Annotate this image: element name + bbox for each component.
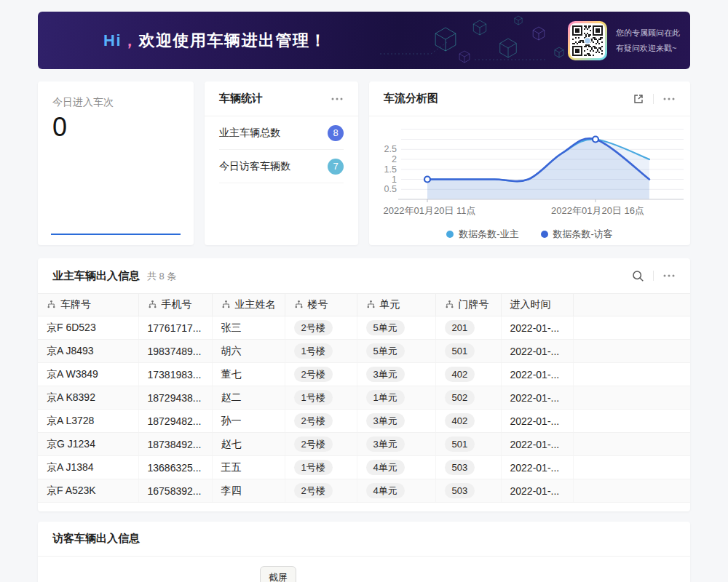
column-label: 楼号 <box>308 298 328 310</box>
table-cell: 2022-01-... <box>501 316 573 340</box>
traffic-line-chart: 0.511.522.52022年01月20日 11点2022年01月20日 16… <box>369 119 690 227</box>
tag-pill: 2号楼 <box>294 320 333 335</box>
table-cell: 王五 <box>212 456 285 479</box>
vehicle-stats-card: 车辆统计 业主车辆总数8今日访客车辆数7 <box>205 81 358 245</box>
table-row[interactable]: 京A J138413686325...王五1号楼4单元5032022-01-..… <box>38 456 690 479</box>
column-label: 车牌号 <box>60 298 91 310</box>
qr-pattern <box>572 25 603 56</box>
table-header-row: 车牌号手机号业主姓名楼号单元门牌号进入时间 <box>38 294 690 316</box>
table-cell: 501 <box>435 340 501 363</box>
table-row[interactable]: 京A L372818729482...孙一2号楼3单元4022022-01-..… <box>38 410 690 433</box>
table-cell: 503 <box>435 479 501 503</box>
tag-pill: 3单元 <box>366 436 405 452</box>
tag-pill: 201 <box>445 320 475 335</box>
tag-pill: 2号楼 <box>294 436 333 452</box>
table-cell: 孙一 <box>212 410 285 433</box>
table-cell <box>573 433 690 456</box>
cube-outline <box>500 39 517 57</box>
stat-badge: 8 <box>328 125 344 141</box>
column-label: 门牌号 <box>459 298 489 310</box>
greeting-comma: ， <box>122 31 139 49</box>
table-cell: 501 <box>435 433 501 456</box>
owner-table-header: 业主车辆出入信息 共 8 条 <box>38 258 690 293</box>
table-cell: 2022-01-... <box>501 456 573 479</box>
owner-table-title: 业主车辆出入信息 <box>52 269 140 283</box>
table-row[interactable]: 京F A523K16758392...李四2号楼4单元5032022-01-..… <box>38 479 690 503</box>
table-cell: 京A J1384 <box>38 456 138 479</box>
table-cell: 京A J8493 <box>38 340 138 363</box>
table-cell: 2022-01-... <box>501 386 573 410</box>
column-label: 单元 <box>380 298 400 310</box>
tag-pill: 3单元 <box>366 367 405 382</box>
more-icon[interactable] <box>331 97 344 101</box>
tag-pill: 402 <box>445 413 475 428</box>
table-cell: 董七 <box>212 363 285 386</box>
column-label: 手机号 <box>162 298 192 310</box>
table-row[interactable]: 京A K839218729438...赵二1号楼1单元5022022-01-..… <box>38 386 690 410</box>
table-cell: 3单元 <box>357 433 435 456</box>
circuit-line <box>380 42 547 60</box>
legend-label: 数据条数-访客 <box>553 228 613 241</box>
column-label: 业主姓名 <box>235 298 276 310</box>
table-cell: 2号楼 <box>285 316 357 340</box>
owner-vehicles-table: 车牌号手机号业主姓名楼号单元门牌号进入时间 京F 6D52317761717..… <box>38 293 690 503</box>
table-cell <box>573 456 690 479</box>
column-header-5: 门牌号 <box>435 294 501 316</box>
table-row[interactable]: 京F 6D52317761717...张三2号楼5单元2012022-01-..… <box>38 316 690 340</box>
cube-outline <box>435 28 456 51</box>
legend-item-1[interactable]: 数据条数-访客 <box>541 228 613 241</box>
y-tick-label: 1.5 <box>384 164 397 175</box>
entries-sparkline <box>51 234 181 235</box>
table-cell: 1号楼 <box>285 340 357 363</box>
legend-label: 数据条数-业主 <box>459 228 518 241</box>
vehicle-stats-title: 车辆统计 <box>219 92 263 105</box>
export-icon[interactable] <box>633 93 644 105</box>
stat-badge: 7 <box>328 159 344 175</box>
tag-pill: 1号楼 <box>294 460 333 475</box>
qr-code-inner <box>570 23 605 58</box>
data-point-marker <box>593 137 598 143</box>
traffic-chart-header: 车流分析图 <box>369 81 690 116</box>
more-icon[interactable] <box>662 97 676 101</box>
column-header-3: 楼号 <box>285 294 357 316</box>
table-cell: 502 <box>435 386 501 410</box>
table-cell: 4单元 <box>357 479 435 503</box>
screenshot-button[interactable]: 截屏 <box>260 566 296 582</box>
table-cell: 京A L3728 <box>38 410 138 433</box>
greeting-text: 欢迎使用车辆进出管理！ <box>139 31 328 49</box>
table-cell: 2号楼 <box>285 410 357 433</box>
legend-item-0[interactable]: 数据条数-业主 <box>446 228 518 241</box>
tag-pill: 503 <box>445 460 475 475</box>
column-header-7 <box>573 294 690 316</box>
search-icon[interactable] <box>632 270 644 282</box>
cube-outline <box>533 27 545 40</box>
tag-pill: 5单元 <box>366 343 405 359</box>
table-cell: 17381983... <box>138 363 212 386</box>
page: Hi，欢迎使用车辆进出管理！ 您的专属顾问在此 有疑问欢迎来戳~ 今日进入车次 … <box>0 0 728 582</box>
more-icon[interactable] <box>662 274 676 278</box>
table-row[interactable]: 京A J849319837489...胡六1号楼5单元5012022-01-..… <box>38 340 690 363</box>
legend-dot <box>541 231 548 238</box>
table-cell: 1单元 <box>357 386 435 410</box>
cube-outline <box>515 16 522 25</box>
owner-table-actions <box>632 270 676 282</box>
tag-pill: 4单元 <box>366 483 405 498</box>
table-cell: 19837489... <box>138 340 212 363</box>
tag-pill: 2号楼 <box>294 367 333 382</box>
table-cell: 2022-01-... <box>501 433 573 456</box>
table-row[interactable]: 京G J123418738492...赵七2号楼3单元5012022-01-..… <box>38 433 690 456</box>
traffic-chart-card: 车流分析图 0.511.522.52022年01月20日 11点2022年01月… <box>369 81 690 245</box>
x-tick-label: 2022年01月20日 16点 <box>551 205 644 216</box>
traffic-chart-actions <box>633 93 676 105</box>
tag-pill: 5单元 <box>366 320 405 335</box>
today-entries-value: 0 <box>52 112 179 143</box>
table-row[interactable]: 京A W384917381983...董七2号楼3单元4022022-01-..… <box>38 363 690 386</box>
stat-item-0: 业主车辆总数8 <box>219 116 344 150</box>
divider <box>653 271 654 281</box>
column-header-0: 车牌号 <box>38 294 138 316</box>
qr-caption: 您的专属顾问在此 有疑问欢迎来戳~ <box>616 25 680 56</box>
cube-outline <box>459 51 470 63</box>
tag-pill: 2号楼 <box>294 483 333 498</box>
owner-vehicles-card: 业主车辆出入信息 共 8 条 车牌号手机号业主姓名楼号单元门牌号进入时间 京F … <box>38 258 690 511</box>
vehicle-stats-list: 业主车辆总数8今日访客车辆数7 <box>205 116 358 183</box>
